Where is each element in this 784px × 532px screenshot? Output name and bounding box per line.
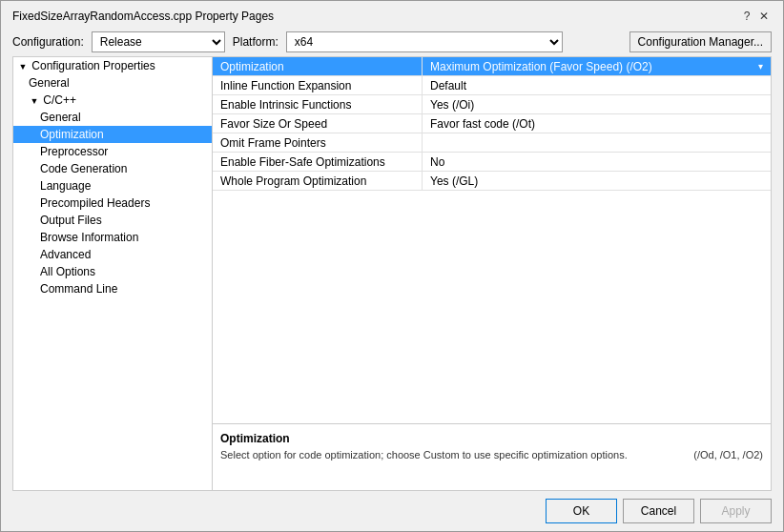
table-row[interactable]: Favor Size Or Speed Favor fast code (/Ot… xyxy=(213,114,771,133)
tree-item-preprocessor[interactable]: Preprocessor xyxy=(13,143,212,160)
tree-label-precompiled-headers: Precompiled Headers xyxy=(40,196,150,210)
apply-button[interactable]: Apply xyxy=(700,499,772,523)
prop-name-omit-frame: Omit Frame Pointers xyxy=(213,133,423,152)
tree-item-advanced[interactable]: Advanced xyxy=(13,246,212,263)
tree-item-command-line[interactable]: Command Line xyxy=(13,280,212,297)
tree-item-config-props[interactable]: ▼ Configuration Properties xyxy=(13,57,212,74)
tree-label-optimization: Optimization xyxy=(40,128,104,141)
tree-item-general-cpp[interactable]: General xyxy=(13,109,212,126)
description-body: Select option for code optimization; cho… xyxy=(220,449,763,460)
tree-item-language[interactable]: Language xyxy=(13,177,212,194)
table-row[interactable]: Enable Intrinsic Functions Yes (/Oi) xyxy=(213,95,771,114)
prop-value-whole-program: Yes (/GL) xyxy=(423,172,771,190)
tree-label-browse-information: Browse Information xyxy=(40,231,138,244)
table-row[interactable]: Enable Fiber-Safe Optimizations No xyxy=(213,153,771,172)
ok-button[interactable]: OK xyxy=(546,499,617,523)
tree-item-cpp[interactable]: ▼ C/C++ xyxy=(13,92,212,109)
tree-item-all-options[interactable]: All Options xyxy=(13,263,212,280)
tree-label-language: Language xyxy=(40,179,91,193)
prop-value-optimization: Maximum Optimization (Favor Speed) (/O2)… xyxy=(423,57,771,75)
dropdown-arrow-icon[interactable]: ▾ xyxy=(758,61,763,72)
properties-panel: Optimization Maximum Optimization (Favor… xyxy=(213,56,772,491)
config-manager-button[interactable]: Configuration Manager... xyxy=(629,31,772,52)
prop-value-favor-size: Favor fast code (/Ot) xyxy=(423,114,771,133)
title-bar: FixedSizeArrayRandomAccess.cpp Property … xyxy=(1,1,783,28)
property-pages-dialog: FixedSizeArrayRandomAccess.cpp Property … xyxy=(0,0,784,532)
prop-name-optimization: Optimization xyxy=(213,57,423,75)
tree-label-command-line: Command Line xyxy=(40,282,117,296)
platform-select[interactable]: x64 xyxy=(286,31,563,52)
config-select[interactable]: Release xyxy=(92,31,225,52)
tree-item-browse-information[interactable]: Browse Information xyxy=(13,229,212,246)
main-content: ▼ Configuration Properties General ▼ C/C… xyxy=(1,56,783,491)
help-button[interactable]: ? xyxy=(739,9,754,24)
prop-value-inline: Default xyxy=(423,76,771,94)
tree-item-code-generation[interactable]: Code Generation xyxy=(13,160,212,177)
tree-label-general-top: General xyxy=(29,76,70,90)
table-row[interactable]: Optimization Maximum Optimization (Favor… xyxy=(213,57,771,76)
expander-cpp[interactable]: ▼ xyxy=(29,95,40,107)
description-panel: Optimization Select option for code opti… xyxy=(213,423,771,490)
prop-name-fiber-safe: Enable Fiber-Safe Optimizations xyxy=(213,153,423,171)
prop-value-fiber-safe: No xyxy=(423,153,771,171)
description-title: Optimization xyxy=(220,432,763,445)
platform-label: Platform: xyxy=(233,35,279,49)
table-row[interactable]: Whole Program Optimization Yes (/GL) xyxy=(213,172,771,191)
expander-config-props[interactable]: ▼ xyxy=(17,61,29,72)
prop-name-whole-program: Whole Program Optimization xyxy=(213,172,423,190)
table-row[interactable]: Omit Frame Pointers xyxy=(213,133,771,153)
table-row[interactable]: Inline Function Expansion Default xyxy=(213,76,771,95)
prop-name-inline: Inline Function Expansion xyxy=(213,76,423,94)
prop-value-intrinsic: Yes (/Oi) xyxy=(423,95,771,113)
button-row: OK Cancel Apply xyxy=(1,491,783,531)
property-table: Optimization Maximum Optimization (Favor… xyxy=(213,57,771,423)
tree-item-output-files[interactable]: Output Files xyxy=(13,212,212,229)
config-row: Configuration: Release Platform: x64 Con… xyxy=(1,28,783,56)
tree-label-config-props: Configuration Properties xyxy=(31,59,155,72)
description-text: Select option for code optimization; cho… xyxy=(220,449,628,460)
dialog-title: FixedSizeArrayRandomAccess.cpp Property … xyxy=(12,10,274,23)
cancel-button[interactable]: Cancel xyxy=(623,499,694,523)
tree-label-advanced: Advanced xyxy=(40,248,91,261)
tree-label-all-options: All Options xyxy=(40,265,95,278)
tree-label-cpp: C/C++ xyxy=(43,93,76,107)
tree-label-output-files: Output Files xyxy=(40,214,102,227)
tree-item-optimization[interactable]: Optimization xyxy=(13,126,212,143)
prop-value-omit-frame xyxy=(423,133,771,152)
prop-name-favor-size: Favor Size Or Speed xyxy=(213,114,423,133)
prop-name-intrinsic: Enable Intrinsic Functions xyxy=(213,95,423,113)
config-label: Configuration: xyxy=(12,35,84,49)
tree-label-preprocessor: Preprocessor xyxy=(40,145,108,158)
title-bar-buttons: ? ✕ xyxy=(739,9,772,24)
close-button[interactable]: ✕ xyxy=(756,9,772,24)
tree-label-code-generation: Code Generation xyxy=(40,162,127,175)
tree-item-general-top[interactable]: General xyxy=(13,74,212,92)
tree-item-precompiled-headers[interactable]: Precompiled Headers xyxy=(13,194,212,212)
description-hint: (/Od, /O1, /O2) xyxy=(693,449,763,460)
tree-panel: ▼ Configuration Properties General ▼ C/C… xyxy=(12,56,213,491)
tree-label-general-cpp: General xyxy=(40,111,81,124)
